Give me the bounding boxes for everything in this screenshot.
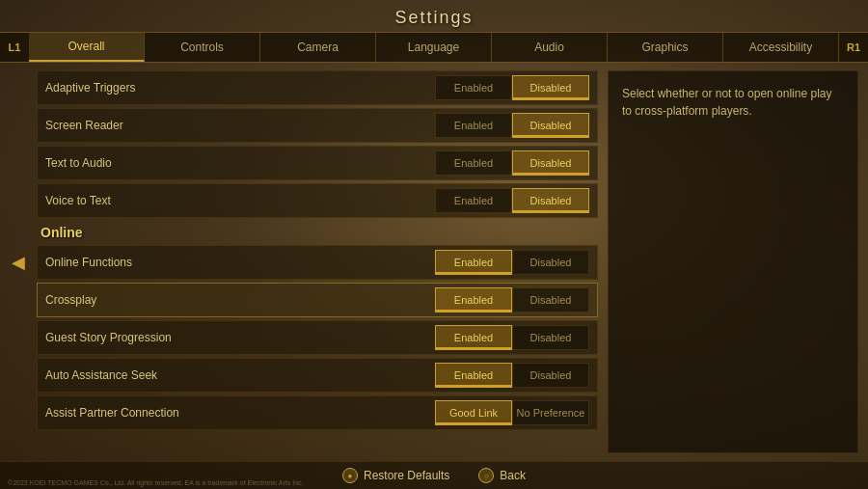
tab-trigger-R1[interactable]: R1 xyxy=(839,33,868,62)
title-bar: Settings xyxy=(0,0,868,32)
voice-to-text-toggle: Enabled Disabled xyxy=(435,188,589,213)
tab-controls[interactable]: Controls xyxy=(145,33,260,62)
auto-assistance-toggle: Enabled Disabled xyxy=(435,363,589,388)
adaptive-triggers-enabled[interactable]: Enabled xyxy=(435,75,512,100)
online-functions-label: Online Functions xyxy=(45,256,435,269)
text-to-audio-disabled[interactable]: Disabled xyxy=(512,150,589,176)
main-content: ◀ Adaptive Triggers Enabled Disabled Scr… xyxy=(0,63,868,461)
tab-language[interactable]: Language xyxy=(376,33,492,62)
text-to-audio-enabled[interactable]: Enabled xyxy=(435,150,512,176)
restore-defaults-button[interactable]: ● Restore Defaults xyxy=(342,468,449,483)
info-text: Select whether or not to open online pla… xyxy=(622,85,844,120)
page-title: Settings xyxy=(0,8,868,28)
settings-panel: Adaptive Triggers Enabled Disabled Scree… xyxy=(37,70,598,453)
crossplay-toggle: Enabled Disabled xyxy=(435,287,589,312)
setting-row-voice-to-text: Voice to Text Enabled Disabled xyxy=(37,183,598,218)
setting-row-assist-partner: Assist Partner Connection Good Link No P… xyxy=(37,395,598,430)
setting-row-guest-story: Guest Story Progression Enabled Disabled xyxy=(37,320,598,355)
tab-audio[interactable]: Audio xyxy=(492,33,608,62)
restore-icon: ● xyxy=(342,468,358,483)
assist-partner-toggle: Good Link No Preference xyxy=(435,400,589,425)
auto-assistance-label: Auto Assistance Seek xyxy=(45,368,435,382)
online-functions-toggle: Enabled Disabled xyxy=(435,250,589,275)
voice-to-text-label: Voice to Text xyxy=(45,194,435,207)
online-functions-enabled[interactable]: Enabled xyxy=(435,250,512,275)
assist-partner-label: Assist Partner Connection xyxy=(45,406,435,420)
text-to-audio-toggle: Enabled Disabled xyxy=(435,150,589,176)
guest-story-toggle: Enabled Disabled xyxy=(435,325,589,350)
voice-to-text-disabled[interactable]: Disabled xyxy=(512,188,589,213)
tab-accessibility[interactable]: Accessibility xyxy=(723,33,839,62)
back-label: Back xyxy=(500,469,526,482)
info-panel: Select whether or not to open online pla… xyxy=(608,70,858,453)
tab-graphics[interactable]: Graphics xyxy=(608,33,723,62)
online-section-label: Online xyxy=(37,221,598,242)
tab-camera[interactable]: Camera xyxy=(260,33,376,62)
screen-reader-label: Screen Reader xyxy=(45,119,435,132)
crossplay-enabled[interactable]: Enabled xyxy=(435,287,512,312)
text-to-audio-label: Text to Audio xyxy=(45,156,435,170)
assist-partner-no-preference[interactable]: No Preference xyxy=(512,400,589,425)
tab-overall[interactable]: Overall xyxy=(29,33,145,62)
screen-reader-disabled[interactable]: Disabled xyxy=(512,113,589,138)
adaptive-triggers-label: Adaptive Triggers xyxy=(45,81,435,95)
scroll-indicator: ◀ xyxy=(10,70,27,453)
assist-partner-good-link[interactable]: Good Link xyxy=(435,400,512,425)
setting-row-auto-assistance: Auto Assistance Seek Enabled Disabled xyxy=(37,358,598,393)
adaptive-triggers-disabled[interactable]: Disabled xyxy=(512,75,589,100)
tab-bar: L1 Overall Controls Camera Language Audi… xyxy=(0,32,868,63)
guest-story-disabled[interactable]: Disabled xyxy=(512,325,589,350)
adaptive-triggers-toggle: Enabled Disabled xyxy=(435,75,589,100)
auto-assistance-disabled[interactable]: Disabled xyxy=(512,363,589,388)
tab-trigger-L1[interactable]: L1 xyxy=(0,33,29,62)
back-icon: ○ xyxy=(478,468,494,483)
auto-assistance-enabled[interactable]: Enabled xyxy=(435,363,512,388)
crossplay-disabled[interactable]: Disabled xyxy=(512,287,589,312)
guest-story-enabled[interactable]: Enabled xyxy=(435,325,512,350)
screen-reader-toggle: Enabled Disabled xyxy=(435,113,589,138)
restore-defaults-label: Restore Defaults xyxy=(364,469,449,482)
setting-row-crossplay: Crossplay Enabled Disabled xyxy=(37,283,598,317)
online-functions-disabled[interactable]: Disabled xyxy=(512,250,589,275)
back-button[interactable]: ○ Back xyxy=(478,468,526,483)
crossplay-label: Crossplay xyxy=(45,293,435,307)
guest-story-label: Guest Story Progression xyxy=(45,331,435,344)
voice-to-text-enabled[interactable]: Enabled xyxy=(435,188,512,213)
setting-row-screen-reader: Screen Reader Enabled Disabled xyxy=(37,108,598,143)
setting-row-online-functions: Online Functions Enabled Disabled xyxy=(37,245,598,280)
screen-reader-enabled[interactable]: Enabled xyxy=(435,113,512,138)
copyright-text: ©2023 KOEI TECMO GAMES Co., Ltd. All rig… xyxy=(8,479,304,486)
setting-row-text-to-audio: Text to Audio Enabled Disabled xyxy=(37,146,598,180)
setting-row-adaptive-triggers: Adaptive Triggers Enabled Disabled xyxy=(37,70,598,105)
